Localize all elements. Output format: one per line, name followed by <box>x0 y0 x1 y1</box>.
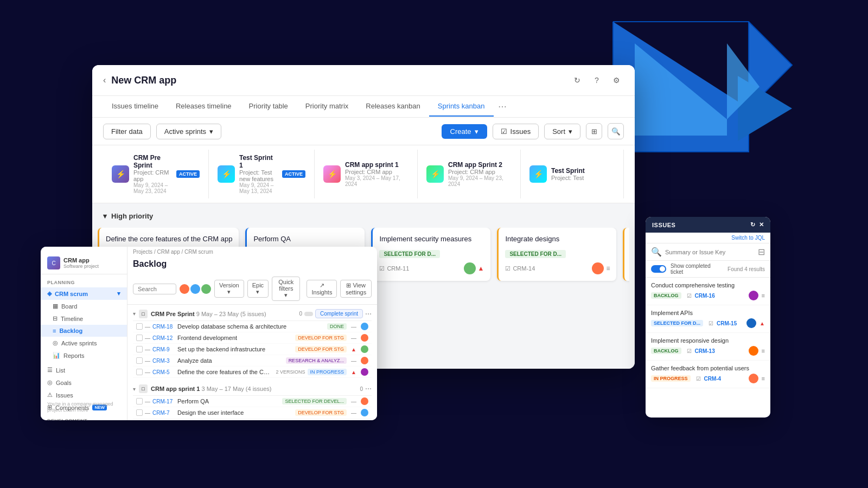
issue-item-avatar-0 <box>749 291 758 300</box>
issue-row-0-1: — CRM-12 Frontend development DEVELOP FO… <box>133 332 372 344</box>
issues-sidebar-icon: ⚠ <box>47 391 53 399</box>
sprint-tab-1[interactable]: ⚡ Test Sprint 1 Project: Test new featur… <box>209 150 315 198</box>
sidebar-item-timeline[interactable]: ⊟ Timeline <box>41 312 127 325</box>
issue-item-priority-1: ▲ <box>760 320 765 326</box>
create-button[interactable]: Create ▾ <box>442 124 487 139</box>
issue-check-0-0 <box>136 323 143 330</box>
issue-avatar-1-0 <box>361 397 368 405</box>
toggle-label: Show completed ticket <box>671 263 723 275</box>
sprint-more-button-0[interactable]: ⋯ <box>365 310 372 318</box>
issues-panel-title: ISSUES <box>652 222 675 228</box>
issue-row-0-3: — CRM-3 Analyze data RESEARCH & ANALYZ..… <box>133 355 372 367</box>
sprint-info-2: CRM app sprint 1 Project: CRM app May 3,… <box>345 161 409 187</box>
quick-filters-dropdown[interactable]: Quick filters ▾ <box>272 277 300 301</box>
sidebar-item-goals[interactable]: ◎ Goals <box>41 376 127 389</box>
active-sprints-dropdown[interactable]: Active sprints ▾ <box>156 124 221 139</box>
search-icon-button[interactable]: 🔍 <box>608 123 624 139</box>
sidebar-item-crm-scrum[interactable]: ◈ CRM scrum ▾ <box>41 287 127 300</box>
backlog-search-input[interactable] <box>133 284 176 294</box>
card-title-1: Perform QA <box>253 234 358 244</box>
issues-sync-icon[interactable]: ↻ <box>750 221 756 228</box>
sidebar: C CRM app Software project PLANNING ◈ CR… <box>41 247 127 420</box>
issue-item-check-0: ☑ <box>687 293 692 299</box>
complete-sprint-button-0[interactable]: Complete sprint <box>315 309 363 318</box>
sprint-tab-0[interactable]: ⚡ CRM Pre Sprint Project: CRM app May 9,… <box>103 150 209 198</box>
sync-button[interactable]: ↻ <box>570 73 585 88</box>
sidebar-item-backlog[interactable]: ≡ Backlog <box>41 325 127 337</box>
chevron-down-icon: ▾ <box>209 127 213 136</box>
issue-status-0-4: IN PROGRESS <box>308 369 347 375</box>
window-title: New CRM app <box>111 75 176 86</box>
sprint-tab-3[interactable]: ⚡ CRM app Sprint 2 Project: CRM app May … <box>418 150 521 198</box>
tab-sprints-kanban[interactable]: Sprints kanban <box>429 97 494 117</box>
issue-check-0-2 <box>136 346 143 352</box>
sort-button[interactable]: Sort ▾ <box>544 124 580 139</box>
issue-item-badge-0: BACKLOG <box>651 292 681 299</box>
epic-dropdown[interactable]: Epic ▾ <box>247 280 269 298</box>
issue-item-0: Conduct comprehensive testing BACKLOG ☑ … <box>646 278 770 305</box>
sprint-row-0: ▾ □ CRM Pre Sprint 9 May – 23 May (5 iss… <box>133 307 372 321</box>
sort-chevron-icon: ▾ <box>569 127 572 136</box>
insights-button[interactable]: ↗ Insights <box>307 280 337 298</box>
issue-item-footer-1: SELECTED FOR D... ☑ CRM-15 ▲ <box>651 318 765 328</box>
issues-filter-icon[interactable]: ⊟ <box>758 247 765 257</box>
issue-item-id-0: CRM-16 <box>695 293 715 299</box>
sprint-section-1: ▾ □ CRM app sprint 1 3 May – 17 May (4 i… <box>127 380 377 420</box>
sidebar-item-reports[interactable]: 📊 Reports <box>41 349 127 362</box>
issue-item-title-1: Implement APIs <box>651 310 765 316</box>
issue-avatar-0-4 <box>361 368 368 376</box>
issue-priority-1-1: — <box>351 410 356 416</box>
tab-priority-table[interactable]: Priority table <box>240 97 297 117</box>
board-label: Board <box>61 303 77 310</box>
card-badge-2: SELECTED FOR D... <box>379 250 440 258</box>
issue-avatar-0-3 <box>361 357 368 364</box>
sidebar-item-board[interactable]: ▦ Board <box>41 300 127 312</box>
help-button[interactable]: ? <box>589 73 604 88</box>
sprint-row-name-0: CRM Pre Sprint 9 May – 23 May (5 issues) <box>151 311 296 317</box>
card-badge-3: SELECTED FOR D... <box>505 250 566 258</box>
issues-search-input[interactable] <box>665 249 755 255</box>
tab-more[interactable]: ⋯ <box>494 96 511 117</box>
issues-close-icon[interactable]: ✕ <box>759 221 764 228</box>
sprint-tab-2[interactable]: ⚡ CRM app sprint 1 Project: CRM app May … <box>315 150 418 198</box>
priority-icon-2: ▲ <box>478 265 484 272</box>
create-chevron-icon: ▾ <box>475 127 478 136</box>
issue-item-id-1: CRM-15 <box>717 320 737 326</box>
settings-button[interactable]: ⚙ <box>609 73 624 88</box>
filter-icon-button[interactable]: ⊞ <box>586 123 602 139</box>
card-avatar-2 <box>464 262 476 274</box>
version-dropdown[interactable]: Version ▾ <box>214 280 244 298</box>
sprint-expand-icon-0: ▾ <box>133 311 136 317</box>
kanban-column-2: Implement security measures SELECTED FOR… <box>371 228 490 285</box>
crm-scrum-label: CRM scrum <box>55 291 88 297</box>
issue-check-0-3 <box>136 357 143 364</box>
list-icon: ☰ <box>47 367 53 374</box>
sprint-tab-4[interactable]: ⚡ Test Sprint Project: Test <box>521 150 624 198</box>
filter-data-button[interactable]: Filter data <box>103 124 151 139</box>
show-completed-toggle[interactable] <box>651 265 666 273</box>
issue-item-title-2: Implement responsive design <box>651 337 765 344</box>
issue-expand-1-0: — <box>145 399 150 404</box>
view-settings-button[interactable]: ⊞ View settings <box>340 280 372 298</box>
sprint-more-button-1[interactable]: ⋯ <box>365 385 372 393</box>
issue-versions-0-4: 2 VERSIONS <box>276 369 305 375</box>
sidebar-item-active-sprints[interactable]: ◎ Active sprints <box>41 337 127 349</box>
backlog-label: Backlog <box>59 328 82 334</box>
tab-releases-timeline[interactable]: Releases timeline <box>167 97 240 117</box>
tab-issues-timeline[interactable]: Issues timeline <box>103 97 167 117</box>
sprint-progress-1: 0 <box>360 386 363 392</box>
back-button[interactable]: ‹ <box>103 75 106 85</box>
tab-priority-matrix[interactable]: Priority matrix <box>297 97 357 117</box>
sprint-icon-3: ⚡ <box>426 165 444 183</box>
issues-button[interactable]: ☑ Issues <box>493 124 539 139</box>
timeline-label: Timeline <box>61 316 83 322</box>
development-section-label: DEVELOPMENT <box>41 416 127 420</box>
issue-item-badge-3: IN PROGRESS <box>651 375 691 382</box>
switch-to-jql[interactable]: Switch to JQL <box>646 233 770 243</box>
card-meta-2: ▲ <box>464 262 484 274</box>
tab-releases-kanban[interactable]: Releases kanban <box>357 97 429 117</box>
issue-row-1-2: — CRM-8 Develop interactive prototypes B… <box>133 419 372 420</box>
issue-key-0-0: CRM-18 <box>152 324 175 330</box>
sidebar-item-list[interactable]: ☰ List <box>41 364 127 376</box>
issue-item-footer-3: IN PROGRESS ☑ CRM-4 ≡ <box>651 374 765 383</box>
